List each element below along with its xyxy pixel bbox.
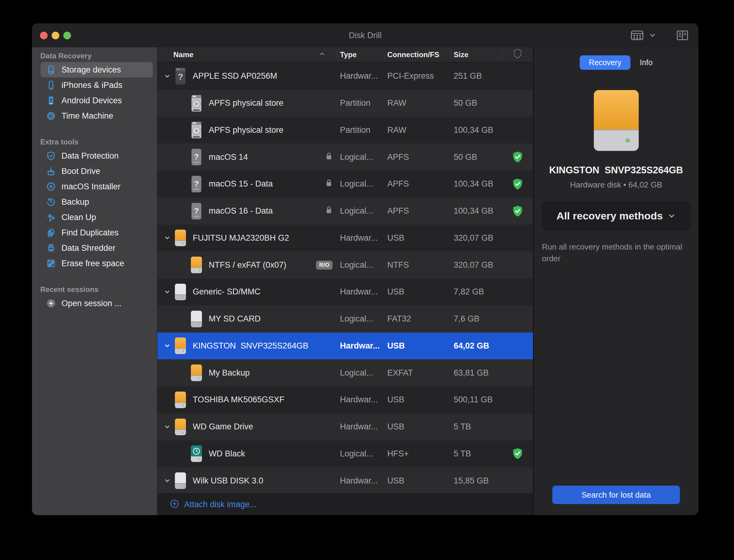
device-connection-fs: EXFAT — [384, 368, 451, 378]
device-size: 5 TB — [451, 449, 502, 459]
reader-view-icon[interactable] — [676, 29, 689, 41]
tab-recovery[interactable]: Recovery — [580, 55, 631, 70]
minimize-button[interactable] — [52, 32, 59, 39]
column-header-name[interactable]: Name — [157, 50, 337, 59]
sidebar-item-label: Erase free space — [61, 259, 124, 268]
sidebar-item-label: Android Devices — [61, 96, 122, 105]
row-expand-chevron-icon[interactable] — [161, 289, 173, 295]
external-orange-icon — [189, 256, 203, 274]
device-size: 63,81 GB — [451, 368, 502, 378]
table-row-wd-black[interactable]: WD BlackLogical...HFS+5 TB — [157, 440, 533, 467]
search-for-lost-data-button[interactable]: Search for lost data — [552, 486, 680, 504]
plus-circle-icon — [46, 298, 56, 308]
table-row-apple-ssd-ap0256m[interactable]: ?APPLE SSD AP0256MHardwar...PCI-Express2… — [157, 63, 533, 90]
row-expand-chevron-icon[interactable] — [161, 235, 173, 241]
table-row-my-sd-card[interactable]: MY SD CARDLogical...FAT327,6 GB — [157, 306, 533, 333]
table-row-my-backup[interactable]: My BackupLogical...EXFAT63,81 GB — [157, 359, 533, 386]
sidebar-item-iphones-ipads[interactable]: iPhones & iPads — [41, 77, 153, 93]
svg-text:?: ? — [194, 179, 199, 188]
table-row-macos-14[interactable]: ?macOS 14Logical...APFS50 GB — [157, 144, 533, 171]
column-header-type[interactable]: Type — [337, 50, 384, 59]
table-header: Name Type Connection/FS Size — [157, 47, 533, 63]
sidebar-item-data-shredder[interactable]: Data Shredder — [41, 240, 153, 256]
device-name: Wilk USB DISK 3.0 — [193, 476, 263, 486]
sidebar-item-label: Data Protection — [61, 151, 119, 161]
row-expand-chevron-icon[interactable] — [161, 73, 173, 80]
device-name: macOS 14 — [209, 152, 248, 162]
tab-info[interactable]: Info — [640, 58, 653, 67]
protection-shield-icon — [502, 178, 533, 190]
device-name: APPLE SSD AP0256M — [193, 71, 277, 81]
device-size: 5 TB — [451, 422, 502, 432]
view-options-icon[interactable] — [630, 29, 644, 41]
attach-disk-image-link[interactable]: Attach disk image... — [157, 493, 533, 515]
sidebar-item-macos-installer[interactable]: macOS Installer — [41, 179, 153, 194]
column-header-protection[interactable] — [502, 50, 533, 59]
device-size: 251 GB — [451, 71, 502, 81]
sidebar-section: Extra toolsData ProtectionBoot DrivemacO… — [32, 138, 157, 271]
device-name: My Backup — [209, 368, 250, 378]
device-size: 15,85 GB — [451, 476, 502, 486]
sidebar-item-android-devices[interactable]: Android Devices — [41, 93, 153, 108]
device-type: Hardwar... — [337, 287, 384, 297]
device-name: KINGSTON SNVP325S264GB — [549, 165, 683, 176]
titlebar: Disk Drill — [32, 23, 698, 47]
device-connection-fs: USB — [384, 233, 451, 243]
sidebar-item-backup[interactable]: Backup — [41, 194, 153, 210]
close-button[interactable] — [40, 32, 48, 39]
sidebar-item-label: Time Machine — [61, 111, 113, 121]
sidebar-item-boot-drive[interactable]: Boot Drive — [41, 164, 153, 179]
read-only-badge: R/O — [316, 261, 333, 270]
device-name: FUJITSU MJA2320BH G2 — [193, 233, 289, 243]
sidebar-section-title: Extra tools — [40, 138, 157, 146]
table-row-ntfs-exfat-0x07[interactable]: NTFS / exFAT (0x07)R/OLogical...NTFS320,… — [157, 251, 533, 278]
device-type: Hardwar... — [337, 395, 384, 404]
table-row-toshiba-mk5065gsxf[interactable]: TOSHIBA MK5065GSXFHardwar...USB500,11 GB — [157, 386, 533, 413]
panel-tabs: Recovery Info — [580, 55, 653, 70]
device-connection-fs: FAT32 — [384, 314, 451, 324]
external-orange-icon — [173, 391, 187, 409]
volume-question-icon: ? — [189, 175, 203, 193]
device-size: 100,34 GB — [451, 179, 502, 189]
recovery-method-dropdown[interactable]: All recovery methods — [542, 201, 690, 231]
device-connection-fs: HFS+ — [384, 449, 451, 459]
table-row-wd-game-drive[interactable]: WD Game DriveHardwar...USB5 TB — [157, 413, 533, 440]
table-row-generic-sd-mmc[interactable]: Generic- SD/MMCHardwar...USB7,82 GB — [157, 278, 533, 306]
sidebar-item-storage-devices[interactable]: Storage devices — [41, 62, 153, 77]
table-row-kingston-snvp325s264gb[interactable]: KINGSTON SNVP325S264GBHardwar...USB64,02… — [157, 333, 533, 360]
table-row-wilk-usb-disk-3-0[interactable]: Wilk USB DISK 3.0Hardwar...USB15,85 GB — [157, 467, 533, 494]
zoom-button[interactable] — [63, 32, 71, 39]
table-row-macos-15-data[interactable]: ?macOS 15 - DataLogical...APFS100,34 GB — [157, 171, 533, 198]
shredder-icon — [46, 243, 56, 253]
external-orange-icon — [173, 229, 187, 247]
device-size: 50 GB — [451, 98, 502, 108]
sidebar-item-find-duplicates[interactable]: Find Duplicates — [41, 225, 153, 240]
iphone-icon — [46, 80, 56, 90]
volume-question-icon: ? — [189, 148, 203, 166]
chevron-down-icon[interactable] — [649, 31, 657, 39]
sidebar-item-clean-up[interactable]: Clean Up — [41, 210, 153, 225]
column-header-connection[interactable]: Connection/FS — [384, 50, 451, 59]
row-expand-chevron-icon[interactable] — [161, 477, 173, 484]
sidebar-item-open-session[interactable]: Open session ... — [41, 296, 153, 311]
table-row-apfs-physical-store[interactable]: APFS physical storePartitionRAW50 GB — [157, 90, 533, 117]
chevron-down-icon — [668, 212, 676, 221]
table-row-fujitsu-mja2320bh-g2[interactable]: FUJITSU MJA2320BH G2Hardwar...USB320,07 … — [157, 225, 533, 252]
row-expand-chevron-icon[interactable] — [161, 424, 173, 430]
erase-icon — [46, 258, 56, 268]
sidebar-item-erase-free-space[interactable]: Erase free space — [41, 256, 153, 271]
protection-shield-icon — [502, 151, 533, 163]
sidebar-item-data-protection[interactable]: Data Protection — [41, 148, 153, 164]
table-row-apfs-physical-store[interactable]: APFS physical storePartitionRAW100,34 GB — [157, 117, 533, 144]
device-type: Logical... — [337, 152, 384, 162]
sparkles-icon — [46, 212, 56, 222]
row-expand-chevron-icon[interactable] — [161, 342, 173, 349]
sidebar-item-time-machine[interactable]: Time Machine — [41, 108, 153, 124]
table-row-macos-16-data[interactable]: ?macOS 16 - DataLogical...APFS100,34 GB — [157, 198, 533, 225]
lock-icon — [325, 205, 333, 217]
column-header-size[interactable]: Size — [451, 50, 502, 59]
device-type: Hardwar... — [337, 71, 384, 81]
device-type: Logical... — [337, 179, 384, 189]
device-connection-fs: USB — [384, 476, 451, 486]
sidebar-item-label: Open session ... — [61, 299, 121, 308]
